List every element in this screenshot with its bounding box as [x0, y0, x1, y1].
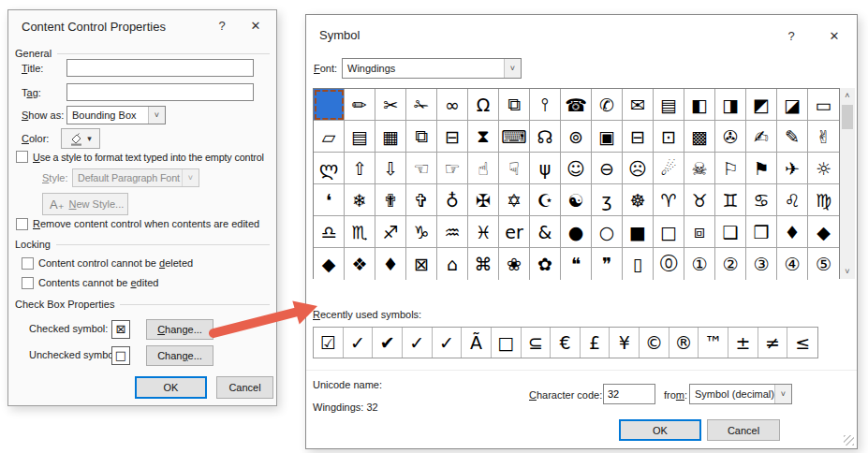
- recent-symbol-light-check[interactable]: ✓: [403, 328, 433, 358]
- symbol-cell-shadowed-cross[interactable]: ✞: [406, 184, 437, 216]
- font-combobox[interactable]: Wingdings ˅: [342, 58, 522, 79]
- symbol-cell-gemini[interactable]: ♊: [715, 184, 746, 216]
- symbol-cell-cancer[interactable]: ♋: [746, 184, 777, 216]
- symbol-cell-white-circle[interactable]: ○: [592, 216, 623, 248]
- from-combobox[interactable]: Symbol (decimal) ˅: [689, 384, 792, 404]
- symbol-cell-aries[interactable]: ♈: [654, 184, 684, 216]
- symbol-cell-sun[interactable]: ☼: [808, 153, 839, 184]
- symbol-cell-large-diamond[interactable]: ◆: [314, 248, 345, 280]
- symbol-cell-right-double-quote[interactable]: ❞: [592, 248, 623, 280]
- symbol-cell-tape-cartridge[interactable]: ✇: [715, 121, 746, 153]
- symbol-cell-envelope[interactable]: ✉: [623, 89, 654, 121]
- symbol-cell-bell[interactable]: Ω: [468, 89, 499, 121]
- show-as-combobox[interactable]: Bounding Box ˅: [66, 106, 166, 124]
- left-dialog-titlebar[interactable]: Content Control Properties ? ✕: [8, 10, 276, 44]
- symbol-cell-folder[interactable]: ▭: [808, 89, 839, 121]
- symbol-cell-black-diamond[interactable]: ◆: [808, 216, 839, 248]
- symbol-cell-small-black-diamond[interactable]: ♦: [375, 248, 406, 280]
- symbol-cell-candle[interactable]: ⫯: [530, 89, 561, 121]
- symbol-dialog-titlebar[interactable]: Symbol ? ✕: [306, 15, 857, 49]
- symbol-cell-selected-blank[interactable]: [314, 89, 345, 121]
- symbol-cell-circled-2[interactable]: ②: [715, 248, 746, 280]
- symbol-cell-libra[interactable]: ♎: [314, 216, 345, 248]
- symbol-cell-circled-0[interactable]: ⓪: [654, 248, 684, 280]
- symbol-cell-document-text[interactable]: ▦: [375, 121, 406, 153]
- symbol-cell-keyboard[interactable]: ⌨: [499, 121, 530, 153]
- symbol-cell-smiley-face[interactable]: ☺: [561, 153, 592, 184]
- symbol-cell-pointing-up[interactable]: ☝: [468, 153, 499, 184]
- symbol-cell-airplane[interactable]: ✈: [777, 153, 808, 184]
- symbol-cell-scorpio[interactable]: ♏: [345, 216, 375, 248]
- symbol-cell-mailbox-open-flag-down[interactable]: ◪: [777, 89, 808, 121]
- symbol-cell-boxed-x[interactable]: ⊠: [406, 248, 437, 280]
- symbol-cell-et-ligature[interactable]: er: [499, 216, 530, 248]
- symbol-cell-telephone-receiver[interactable]: ✆: [592, 89, 623, 121]
- symbol-cell-vertical-rectangle[interactable]: ▯: [623, 248, 654, 280]
- recent-symbol-trademark-sign[interactable]: ™: [699, 328, 728, 358]
- color-picker-button[interactable]: ▾: [61, 128, 100, 149]
- recent-symbol-check-mark[interactable]: ✓: [344, 328, 374, 358]
- symbol-cell-mailbox-open-flag-up[interactable]: ◩: [746, 89, 777, 121]
- symbol-cell-virgo[interactable]: ♍: [808, 184, 839, 216]
- cannot-edit-checkbox[interactable]: [22, 277, 34, 289]
- symbol-cell-trackball[interactable]: ⊚: [561, 121, 592, 153]
- style-combobox[interactable]: Default Paragraph Font ˅: [72, 168, 199, 187]
- symbol-cell-scissors-upper-blade[interactable]: ✁: [406, 89, 437, 121]
- symbol-cell-snowflake[interactable]: ❄: [345, 184, 375, 216]
- symbol-cell-open-book[interactable]: ⧉: [499, 89, 530, 121]
- symbol-grid-scrollbar[interactable]: ˄ ˅: [840, 88, 855, 279]
- symbol-cell-small-diamond[interactable]: ♦: [777, 216, 808, 248]
- symbol-cell-thumbs-down[interactable]: ⇩: [375, 153, 406, 184]
- symbol-cell-star-of-david[interactable]: ✡: [499, 184, 530, 216]
- tag-input[interactable]: [66, 83, 254, 101]
- recent-symbol-checked-box[interactable]: ☑: [314, 328, 344, 358]
- chevron-down-icon[interactable]: ˅: [148, 107, 165, 124]
- cannot-delete-checkbox[interactable]: [22, 257, 34, 270]
- chevron-down-icon[interactable]: ˅: [504, 59, 521, 78]
- symbol-cell-victory-hand[interactable]: ✌: [808, 121, 839, 153]
- symbol-cell-scissors[interactable]: ✂: [375, 89, 406, 121]
- recent-symbol-subset-of-or-equal[interactable]: ⊆: [522, 328, 552, 358]
- symbol-cell-pointing-down[interactable]: ☟: [499, 153, 530, 184]
- help-icon[interactable]: ?: [778, 21, 804, 52]
- symbol-cell-taurus[interactable]: ♉: [684, 184, 715, 216]
- symbol-cell-om[interactable]: ӡ: [592, 184, 623, 216]
- symbol-cell-ok-hand[interactable]: ლ: [314, 153, 345, 184]
- symbol-cell-yin-yang[interactable]: ☯: [561, 184, 592, 216]
- scroll-down-icon[interactable]: ˅: [840, 264, 855, 279]
- symbol-cell-droplet[interactable]: ❛: [314, 184, 345, 216]
- symbol-cell-white-cross[interactable]: ✟: [375, 184, 406, 216]
- symbol-cell-open-hand[interactable]: ψ: [530, 153, 561, 184]
- symbol-cell-computer-mouse[interactable]: ☊: [530, 121, 561, 153]
- recent-symbol-registered-sign[interactable]: ®: [669, 328, 699, 358]
- symbol-cell-command-key[interactable]: ⌘: [468, 248, 499, 280]
- close-icon[interactable]: ✕: [243, 10, 269, 42]
- scrollbar-thumb[interactable]: [842, 105, 853, 129]
- scroll-up-icon[interactable]: ˄: [840, 88, 855, 103]
- symbol-cell-dharma-wheel[interactable]: ☸: [623, 184, 654, 216]
- symbol-cell-document[interactable]: ▤: [345, 121, 375, 153]
- symbol-cell-mailbox-flag-down[interactable]: ◧: [684, 89, 715, 121]
- symbol-cell-telephone[interactable]: ☎: [561, 89, 592, 121]
- symbol-cell-boxed-caret[interactable]: ⌂: [437, 248, 468, 280]
- recent-symbol-a-tilde[interactable]: Ã: [462, 328, 492, 358]
- symbol-cell-sagittarius[interactable]: ♐: [375, 216, 406, 248]
- symbol-cell-pointing-left[interactable]: ☜: [406, 153, 437, 184]
- symbol-cell-crescent-and-star[interactable]: ☪: [530, 184, 561, 216]
- help-icon[interactable]: ?: [209, 10, 235, 42]
- title-input[interactable]: [66, 59, 254, 77]
- symbol-cell-computer[interactable]: ▣: [592, 121, 623, 153]
- symbol-cell-floppy-disk-black[interactable]: ▩: [684, 121, 715, 153]
- symbol-cell-flag[interactable]: ⚐: [715, 153, 746, 184]
- resize-grip[interactable]: [844, 435, 854, 446]
- symbol-cell-aquarius[interactable]: ♒: [437, 216, 468, 248]
- symbol-cell-floppy-disk-white[interactable]: ⊡: [654, 121, 684, 153]
- change-unchecked-button[interactable]: Change...: [146, 345, 213, 366]
- symbol-cell-frowning-face[interactable]: ☹: [623, 153, 654, 184]
- symbol-cell-file-cabinet[interactable]: ⊟: [437, 121, 468, 153]
- recent-symbol-copyright-sign[interactable]: ©: [640, 328, 669, 358]
- symbol-cell-skull-crossbones[interactable]: ☠: [684, 153, 715, 184]
- recent-symbol-not-equal[interactable]: ≠: [758, 328, 788, 358]
- character-code-input[interactable]: [603, 384, 655, 404]
- symbol-cell-writing-hand[interactable]: ✍: [746, 121, 777, 153]
